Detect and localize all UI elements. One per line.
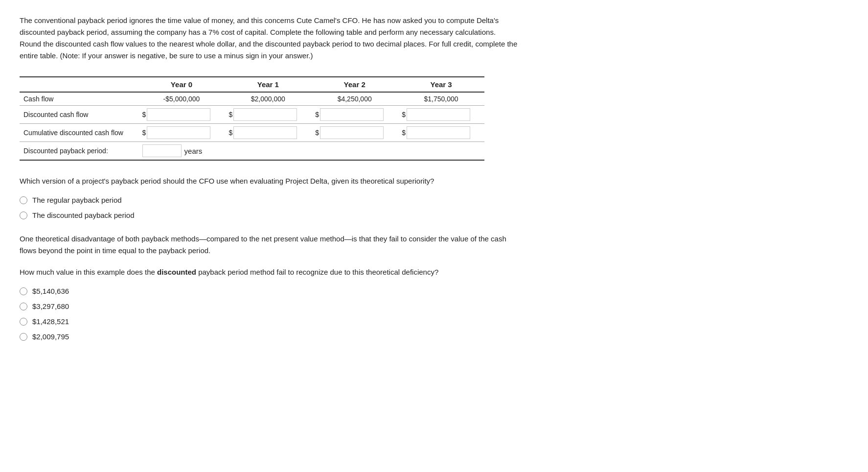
col-header-label — [20, 77, 138, 92]
payback-period-label: Discounted payback period: — [20, 142, 138, 161]
question2-after: payback period method fail to recognize … — [196, 268, 438, 276]
discounted-cashflow-year0-input[interactable] — [147, 108, 210, 121]
cashflow-year2: $4,250,000 — [311, 92, 398, 106]
radio-option-1428521[interactable]: $1,428,521 — [20, 317, 519, 326]
question1-text: Which version of a project's payback per… — [20, 175, 519, 187]
col-header-year0: Year 0 — [138, 77, 225, 92]
question2-before: How much value in this example does the — [20, 268, 157, 276]
question2-paragraph: How much value in this example does the … — [20, 266, 519, 278]
radio-circle-discounted[interactable] — [20, 212, 27, 219]
radio-label-discounted: The discounted payback period — [32, 211, 134, 219]
question2-bold: discounted — [157, 268, 196, 276]
years-label: years — [184, 147, 203, 155]
radio-label-3297680: $3,297,680 — [32, 302, 69, 310]
discounted-cashflow-label: Discounted cash flow — [20, 106, 138, 124]
dollar-sign: $ — [315, 129, 319, 137]
table-row-cashflow: Cash flow -$5,000,000 $2,000,000 $4,250,… — [20, 92, 484, 106]
intro-text: The conventional payback period ignores … — [20, 16, 517, 60]
dollar-sign: $ — [402, 129, 406, 137]
question1-content: Which version of a project's payback per… — [20, 177, 434, 185]
cashflow-year3: $1,750,000 — [398, 92, 484, 106]
radio-circle-5140636[interactable] — [20, 287, 27, 295]
radio-option-discounted[interactable]: The discounted payback period — [20, 211, 519, 219]
cumulative-year1-cell: $ — [225, 124, 311, 142]
table-row-payback-period: Discounted payback period: years — [20, 142, 484, 161]
radio-option-3297680[interactable]: $3,297,680 — [20, 302, 519, 310]
disadvantage-content: One theoretical disadvantage of both pay… — [20, 235, 506, 255]
disadvantage-paragraph: One theoretical disadvantage of both pay… — [20, 233, 519, 257]
cumulative-year2-input[interactable] — [320, 126, 384, 139]
table-row-cumulative: Cumulative discounted cash flow $ $ $ — [20, 124, 484, 142]
cumulative-year2-cell: $ — [311, 124, 398, 142]
table-section: Year 0 Year 1 Year 2 Year 3 Cash flow -$… — [20, 76, 519, 161]
radio-group-1: The regular payback period The discounte… — [20, 196, 519, 219]
cumulative-year0-cell: $ — [138, 124, 225, 142]
discounted-cashflow-year1-input[interactable] — [233, 108, 297, 121]
discounted-cashflow-year0-cell: $ — [138, 106, 225, 124]
dollar-sign: $ — [142, 129, 146, 137]
discounted-cashflow-year3-input[interactable] — [407, 108, 470, 121]
radio-circle-2009795[interactable] — [20, 333, 27, 341]
payback-period-input[interactable] — [142, 144, 182, 157]
radio-label-2009795: $2,009,795 — [32, 332, 69, 341]
cumulative-year1-input[interactable] — [233, 126, 297, 139]
payback-period-input-cell: years — [138, 142, 484, 161]
radio-option-5140636[interactable]: $5,140,636 — [20, 287, 519, 295]
radio-circle-3297680[interactable] — [20, 303, 27, 310]
radio-option-regular[interactable]: The regular payback period — [20, 196, 519, 204]
col-header-year2: Year 2 — [311, 77, 398, 92]
dollar-sign: $ — [228, 111, 232, 118]
radio-option-2009795[interactable]: $2,009,795 — [20, 332, 519, 341]
dollar-sign: $ — [402, 111, 406, 118]
discounted-cashflow-year3-cell: $ — [398, 106, 484, 124]
cumulative-label: Cumulative discounted cash flow — [20, 124, 138, 142]
dollar-sign: $ — [228, 129, 232, 137]
cashflow-year0: -$5,000,000 — [138, 92, 225, 106]
cashflow-year1: $2,000,000 — [225, 92, 311, 106]
radio-label-1428521: $1,428,521 — [32, 317, 69, 326]
dollar-sign: $ — [142, 111, 146, 118]
radio-label-regular: The regular payback period — [32, 196, 122, 204]
col-header-year3: Year 3 — [398, 77, 484, 92]
intro-paragraph: The conventional payback period ignores … — [20, 15, 519, 62]
cash-flow-table: Year 0 Year 1 Year 2 Year 3 Cash flow -$… — [20, 76, 484, 161]
radio-circle-regular[interactable] — [20, 196, 27, 204]
dollar-sign: $ — [315, 111, 319, 118]
radio-group-2: $5,140,636 $3,297,680 $1,428,521 $2,009,… — [20, 287, 519, 341]
table-row-discounted-cashflow: Discounted cash flow $ $ $ — [20, 106, 484, 124]
cumulative-year3-cell: $ — [398, 124, 484, 142]
cumulative-year3-input[interactable] — [407, 126, 470, 139]
cashflow-label: Cash flow — [20, 92, 138, 106]
col-header-year1: Year 1 — [225, 77, 311, 92]
discounted-cashflow-year2-input[interactable] — [320, 108, 384, 121]
radio-circle-1428521[interactable] — [20, 318, 27, 326]
radio-label-5140636: $5,140,636 — [32, 287, 69, 295]
discounted-cashflow-year2-cell: $ — [311, 106, 398, 124]
cumulative-year0-input[interactable] — [147, 126, 210, 139]
discounted-cashflow-year1-cell: $ — [225, 106, 311, 124]
